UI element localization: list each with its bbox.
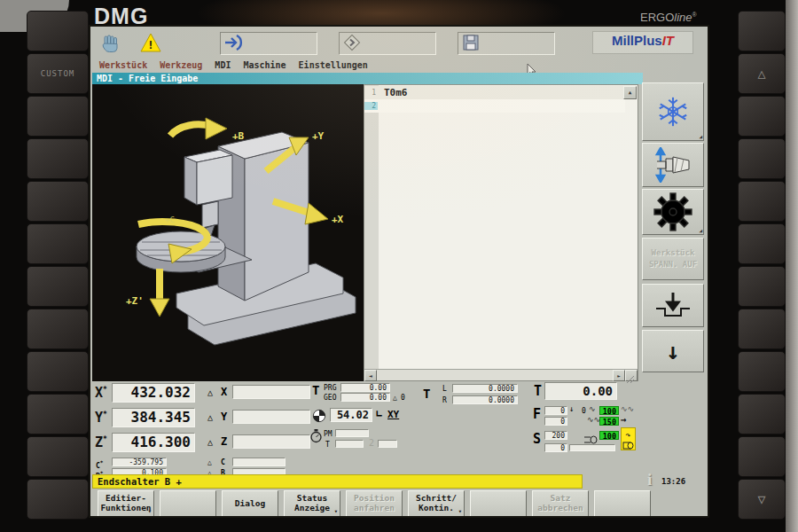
cutter-wheel-icon — [653, 192, 692, 231]
menu-werkstueck[interactable]: Werkstück — [99, 60, 147, 70]
softkey-editier-funktionen[interactable]: Editier- Funktionen▾ — [98, 490, 154, 517]
delta-c-value — [232, 458, 286, 466]
axis-y-value: 384.345 — [112, 408, 195, 427]
milling-cutter-softkey[interactable]: ◢ — [642, 189, 704, 235]
offset-l-label: L — [442, 385, 447, 393]
softkey-position-anfahren: Position anfahren — [346, 490, 403, 517]
info-icon[interactable]: i — [647, 470, 652, 489]
bezel-key-page-down[interactable]: ▽ — [738, 479, 786, 520]
offset-l-value: 0.0000 — [452, 384, 518, 393]
bezel-key-right-11[interactable] — [738, 436, 786, 477]
tfs-t-label: T — [534, 383, 542, 399]
menu-bar: Werkstück Werkzeug MDI Maschine Einstell… — [99, 60, 368, 70]
feed2-wave-icon: ∿∿ — [587, 415, 600, 424]
millplus-it-text: IT — [662, 33, 674, 48]
editor-line-1[interactable]: 1 T0m6 — [364, 86, 625, 99]
t-row-field-2 — [378, 440, 397, 448]
submenu-corner-mark: ◢ — [699, 134, 702, 139]
bezel-key-left-6[interactable] — [27, 223, 89, 264]
menu-mdi[interactable]: MDI — [215, 60, 231, 70]
softkey-dialog[interactable]: Dialog — [222, 490, 278, 517]
block-forward-button[interactable] — [220, 32, 317, 55]
menu-einstellungen[interactable]: Einstellungen — [299, 60, 368, 70]
millplus-text: MillPlus — [612, 33, 662, 48]
workpiece-clamp-softkey[interactable]: Werkstück SPANN. AUF — [642, 238, 704, 280]
scroll-right-button[interactable]: ► — [613, 370, 625, 381]
bezel-key-left-11[interactable] — [27, 436, 89, 477]
program-line-text[interactable]: T0m6 — [384, 87, 408, 98]
delta-y-value — [232, 410, 310, 424]
pm-label: PM — [324, 430, 332, 438]
enter-arrow-icon — [223, 35, 245, 51]
axis-label-z: +Z' — [126, 295, 144, 307]
status-message-bar: Endschalter B + — [92, 474, 583, 489]
s2-value: 0 — [544, 443, 567, 452]
bezel-key-right-9[interactable] — [738, 351, 786, 392]
bezel-key-left-5[interactable] — [27, 181, 89, 222]
bezel-key-left-7[interactable] — [27, 266, 89, 307]
softkey-blank-2[interactable] — [470, 490, 527, 517]
axis-label-x: +X — [332, 214, 343, 225]
feed-override-badge: 100 — [599, 406, 619, 415]
warning-icon[interactable]: ! — [140, 33, 161, 52]
bezel-key-right-3[interactable] — [738, 96, 786, 137]
hold-hand-icon[interactable] — [101, 34, 121, 53]
bezel-key-right-5[interactable] — [738, 181, 786, 222]
softkey-status-anzeige[interactable]: Status Anzeige▾ — [284, 490, 340, 517]
clock-time: 13:26 — [661, 477, 685, 486]
ergoline-prefix: ERGO — [640, 11, 674, 24]
svg-text:!: ! — [147, 38, 154, 51]
bezel-key-right-8[interactable] — [738, 309, 786, 349]
ergoline-suffix: line — [674, 11, 692, 24]
axis-x-label: X* — [95, 385, 107, 401]
f2-value: 0 — [544, 417, 567, 426]
scroll-left-button[interactable]: ◄ — [364, 370, 377, 381]
jump-button[interactable] — [339, 32, 436, 55]
axis-z-value: 416.300 — [112, 433, 195, 452]
coolant-softkey[interactable]: ◢ — [642, 82, 704, 141]
window-title: MDI - Freie Eingabe — [92, 73, 643, 84]
spindle-direction-indicator: ↷ — [621, 427, 636, 450]
tool-measure-softkey[interactable] — [642, 143, 704, 187]
editor-line-2[interactable]: 2 — [364, 99, 625, 113]
prg-value: 0.00 — [340, 383, 390, 392]
resize-grip[interactable] — [625, 370, 638, 381]
t-row-field — [335, 440, 364, 448]
crt-screen: ! MillPlusIT Werkstück Werkzeug MDI — [89, 25, 709, 518]
menu-maschine[interactable]: Maschine — [243, 60, 286, 70]
softkey-blank-3[interactable] — [594, 490, 651, 517]
pm-value — [335, 429, 369, 437]
mdi-editor[interactable]: 1 T0m6 2 ▲ ◄ ► — [364, 84, 638, 381]
bezel-key-left-9[interactable] — [27, 351, 89, 392]
softkey-blank-1[interactable] — [160, 490, 216, 517]
f1-value: 0 — [544, 406, 567, 415]
save-button[interactable] — [458, 32, 555, 55]
tfs-s-label: S — [533, 431, 541, 447]
machine-graphic-panel: +B +Y +X +Z' +C — [92, 84, 364, 381]
bezel-key-left-12[interactable] — [27, 479, 89, 520]
bezel-key-left-3[interactable] — [27, 96, 89, 137]
tool-axis-icon — [652, 147, 694, 183]
bezel-key-custom[interactable]: CUSTOM — [27, 53, 89, 94]
line-number: 1 — [364, 89, 378, 97]
softkey-schritt-kontin[interactable]: Schritt/ Kontin.▾ — [408, 490, 465, 517]
spindle-cylinder-icon — [622, 442, 634, 450]
bezel-key-right-10[interactable] — [738, 394, 786, 434]
bezel-key-right-6[interactable] — [738, 223, 786, 264]
bezel-key-left-10[interactable] — [27, 394, 89, 434]
axis-label-y: +Y — [312, 130, 324, 142]
axis-minus-softkey[interactable]: ↓ — [642, 330, 704, 372]
bezel-key-right-1[interactable] — [738, 11, 786, 51]
retract-softkey[interactable] — [642, 284, 704, 327]
bezel-key-right-7[interactable] — [738, 266, 786, 307]
menu-werkzeug[interactable]: Werkzeug — [160, 60, 202, 70]
bezel-key-left-8[interactable] — [27, 309, 89, 349]
bezel-key-left-4[interactable] — [27, 138, 89, 179]
bezel-key-left-1[interactable] — [27, 11, 89, 51]
machine-3d-drawing — [92, 84, 364, 381]
prg-label: PRG — [324, 384, 336, 392]
bezel-key-page-up[interactable]: △ — [738, 53, 786, 94]
scroll-up-button[interactable]: ▲ — [623, 86, 637, 99]
h-scrollbar[interactable]: ◄ ► — [364, 369, 638, 380]
bezel-key-right-4[interactable] — [738, 138, 786, 179]
